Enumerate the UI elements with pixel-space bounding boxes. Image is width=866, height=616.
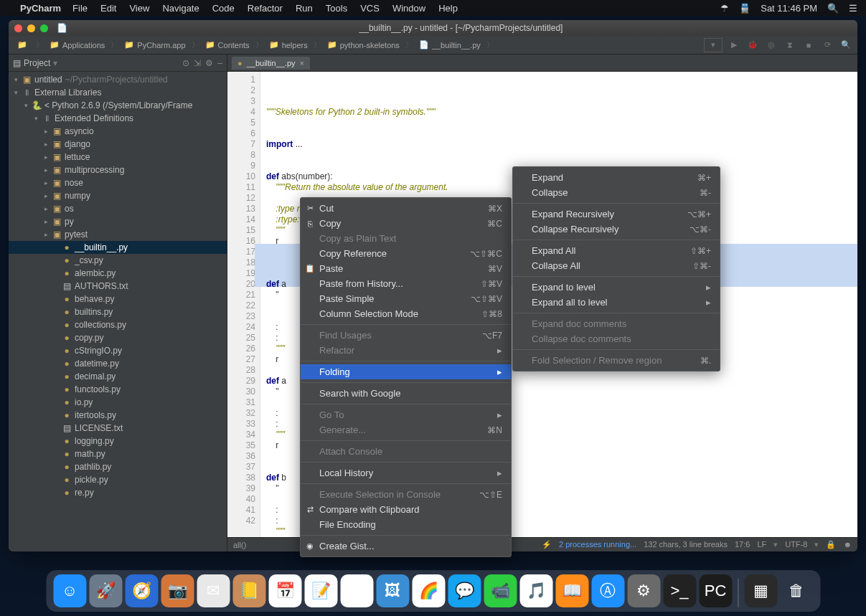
menu-item-expand-to-level[interactable]: Expand to level▸ bbox=[513, 280, 720, 295]
menu-item-copy[interactable]: ⎘Copy⌘C bbox=[301, 216, 511, 231]
tree-node[interactable]: ▸▣pytest bbox=[9, 228, 227, 241]
tree-node[interactable]: ▸▣multiprocessing bbox=[9, 164, 227, 176]
tree-node[interactable]: ●cStringIO.py bbox=[9, 344, 227, 357]
menu-help[interactable]: Help bbox=[438, 3, 458, 14]
lock-icon[interactable]: 🔒 bbox=[826, 540, 836, 549]
tree-node[interactable]: ●copy.py bbox=[9, 331, 227, 344]
coverage-icon[interactable]: ◎ bbox=[764, 38, 778, 52]
dock-missioncontrol[interactable]: ▦ bbox=[744, 574, 777, 607]
editor-context-menu[interactable]: ✂Cut⌘X⎘Copy⌘CCopy as Plain TextCopy Refe… bbox=[300, 197, 512, 557]
maximize-icon[interactable] bbox=[40, 24, 48, 32]
tree-node[interactable]: ▾🐍< Python 2.6.9 (/System/Library/Frame bbox=[9, 99, 227, 112]
collapse-icon[interactable]: ⇲ bbox=[194, 58, 201, 68]
tree-node[interactable]: ▸▣django bbox=[9, 138, 227, 151]
search-everywhere-icon[interactable]: 🔍 bbox=[839, 38, 853, 52]
tree-node[interactable]: ▤LICENSE.txt bbox=[9, 422, 227, 435]
scroll-from-icon[interactable]: ⊙ bbox=[182, 58, 189, 68]
clock[interactable]: Sat 11:46 PM bbox=[761, 3, 817, 14]
tree-node[interactable]: ●__builtin__.py bbox=[9, 241, 227, 254]
dock-mail[interactable]: ✉ bbox=[197, 574, 230, 607]
tree-node[interactable]: ●pickle.py bbox=[9, 473, 227, 486]
hector-icon[interactable]: ☻ bbox=[843, 540, 852, 549]
tree-node[interactable]: ●logging.py bbox=[9, 435, 227, 447]
menu-code[interactable]: Code bbox=[212, 3, 235, 14]
dock-facetime[interactable]: 📹 bbox=[484, 574, 517, 607]
dock-photobooth[interactable]: 📷 bbox=[161, 574, 194, 607]
dock-messages[interactable]: 💬 bbox=[448, 574, 481, 607]
tree-node[interactable]: ●pathlib.py bbox=[9, 460, 227, 473]
dock-contacts[interactable]: 📒 bbox=[232, 574, 265, 607]
project-tree[interactable]: ▾▣untitled~/PycharmProjects/untitled▾⫴Ex… bbox=[9, 72, 227, 551]
project-tab-label[interactable]: Project bbox=[24, 58, 50, 68]
menu-item-file-encoding[interactable]: File Encoding bbox=[301, 517, 511, 532]
sync-icon[interactable]: ⟳ bbox=[820, 38, 834, 52]
umbrella-icon[interactable]: ☂ bbox=[720, 3, 729, 14]
tree-node[interactable]: ●functools.py bbox=[9, 383, 227, 396]
menu-item-paste-from-history-[interactable]: Paste from History...⇧⌘V bbox=[301, 276, 511, 291]
crumb-3[interactable]: 📁helpers bbox=[265, 39, 312, 51]
debug-icon[interactable]: 🐞 bbox=[745, 38, 760, 52]
tree-node[interactable]: ●alembic.py bbox=[9, 267, 227, 280]
menu-item-expand-recursively[interactable]: Expand Recursively⌥⌘+ bbox=[513, 207, 720, 222]
run-icon[interactable]: ▶ bbox=[727, 38, 741, 52]
tree-node[interactable]: ●itertools.py bbox=[9, 409, 227, 422]
tree-node[interactable]: ▸▣asyncio bbox=[9, 125, 227, 138]
crumb-0[interactable]: 📁Applications bbox=[45, 39, 109, 51]
folding-submenu[interactable]: Expand⌘+Collapse⌘-Expand Recursively⌥⌘+C… bbox=[512, 166, 720, 371]
crumb-4[interactable]: 📁python-skeletons bbox=[323, 39, 404, 51]
dock-reminders[interactable]: ☑ bbox=[340, 574, 373, 607]
app-name[interactable]: PyCharm bbox=[20, 3, 61, 14]
menu-file[interactable]: File bbox=[72, 3, 88, 14]
tree-node[interactable]: ●decimal.py bbox=[9, 370, 227, 383]
crumb-root[interactable]: 📁 bbox=[13, 39, 34, 51]
menu-item-collapse[interactable]: Collapse⌘- bbox=[513, 185, 720, 200]
dock-notes[interactable]: 📝 bbox=[304, 574, 337, 607]
menu-item-search-with-google[interactable]: Search with Google bbox=[301, 386, 511, 401]
tree-node[interactable]: ▾⫴External Libraries bbox=[9, 86, 227, 99]
tree-node[interactable]: ▤AUTHORS.txt bbox=[9, 280, 227, 293]
crumb-1[interactable]: 📁PyCharm.app bbox=[120, 39, 189, 51]
hide-icon[interactable]: – bbox=[217, 58, 222, 68]
tree-node[interactable]: ●builtins.py bbox=[9, 305, 227, 318]
tree-node[interactable]: ▸▣nose bbox=[9, 176, 227, 189]
tree-node[interactable]: ●re.py bbox=[9, 486, 227, 499]
tree-node[interactable]: ●io.py bbox=[9, 396, 227, 409]
encoding[interactable]: UTF-8 bbox=[785, 540, 807, 549]
crumb-2[interactable]: 📁Contents bbox=[201, 39, 254, 51]
menu-item-compare-with-clipboard[interactable]: ⇄Compare with Clipboard bbox=[301, 502, 511, 517]
menu-item-folding[interactable]: Folding▸ bbox=[301, 364, 511, 379]
tree-node[interactable]: ●math.py bbox=[9, 447, 227, 460]
menu-run[interactable]: Run bbox=[296, 3, 313, 14]
menu-view[interactable]: View bbox=[129, 3, 149, 14]
dock-calendar[interactable]: 📅 bbox=[268, 574, 301, 607]
crumb-5[interactable]: 📄__builtin__.py bbox=[415, 39, 485, 51]
dock-ibooks[interactable]: 📖 bbox=[555, 574, 588, 607]
stop-icon[interactable]: ■ bbox=[801, 38, 816, 52]
menu-extras-icon[interactable]: ☰ bbox=[849, 3, 857, 14]
menu-item-expand-all-to-level[interactable]: Expand all to level▸ bbox=[513, 295, 720, 310]
tree-node[interactable]: ●_csv.py bbox=[9, 254, 227, 267]
close-tab-icon[interactable]: × bbox=[300, 59, 304, 67]
close-icon[interactable] bbox=[14, 24, 22, 32]
tree-node[interactable]: ▸▣numpy bbox=[9, 189, 227, 202]
gear-icon[interactable]: ⚙ bbox=[205, 58, 213, 68]
dock-itunes[interactable]: 🎵 bbox=[519, 574, 552, 607]
structure-crumb[interactable]: all() bbox=[233, 541, 246, 549]
tree-node[interactable]: ▸▣os bbox=[9, 202, 227, 215]
tree-node[interactable]: ●behave.py bbox=[9, 293, 227, 305]
menu-item-paste[interactable]: 📋Paste⌘V bbox=[301, 261, 511, 276]
menu-item-create-gist-[interactable]: ◉Create Gist... bbox=[301, 539, 511, 554]
line-sep[interactable]: LF bbox=[757, 540, 766, 549]
menu-edit[interactable]: Edit bbox=[100, 3, 116, 14]
menu-item-cut[interactable]: ✂Cut⌘X bbox=[301, 201, 511, 216]
minimize-icon[interactable] bbox=[27, 24, 35, 32]
menu-item-paste-simple[interactable]: Paste Simple⌥⇧⌘V bbox=[301, 291, 511, 306]
menu-item-expand-all[interactable]: Expand All⇧⌘+ bbox=[513, 243, 720, 258]
dock-finder[interactable]: ☺ bbox=[53, 574, 86, 607]
menu-tools[interactable]: Tools bbox=[326, 3, 347, 14]
menu-item-local-history[interactable]: Local History▸ bbox=[301, 465, 511, 480]
tree-node[interactable]: ●datetime.py bbox=[9, 357, 227, 370]
dock-preview[interactable]: 🖼 bbox=[376, 574, 409, 607]
dock-sysprefs[interactable]: ⚙ bbox=[627, 574, 660, 607]
processes-link[interactable]: 2 processes running... bbox=[559, 540, 636, 549]
